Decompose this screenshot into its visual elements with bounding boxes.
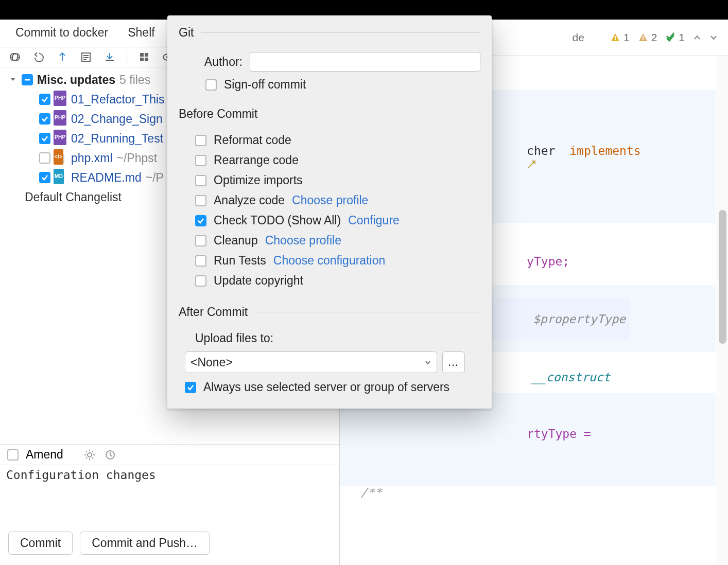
git-section-title: Git xyxy=(179,26,480,40)
shelve-icon[interactable] xyxy=(103,50,116,64)
commit-and-push-button[interactable]: Commit and Push… xyxy=(80,532,210,555)
chevron-down-icon[interactable] xyxy=(9,76,18,84)
always-use-checkbox[interactable] xyxy=(185,382,196,393)
scrollbar-thumb[interactable] xyxy=(719,210,726,344)
copyright-checkbox[interactable] xyxy=(195,275,206,287)
rearrange-checkbox[interactable] xyxy=(195,155,206,166)
group-icon[interactable] xyxy=(137,50,151,64)
code-token: rtyType = xyxy=(527,427,591,440)
history-icon[interactable] xyxy=(103,448,117,462)
reformat-checkbox[interactable] xyxy=(195,135,206,146)
always-use-label: Always use selected server or group of s… xyxy=(203,380,449,394)
analyze-profile-link[interactable]: Choose profile xyxy=(292,193,368,207)
commit-buttons: Commit Commit and Push… xyxy=(0,526,339,565)
rearrange-row[interactable]: Rearrange code xyxy=(179,150,480,170)
todo-configure-link[interactable]: Configure xyxy=(348,214,400,227)
before-commit-title: Before Commit xyxy=(179,107,480,121)
checkbox-partial[interactable] xyxy=(22,74,33,85)
checkbox[interactable] xyxy=(39,172,50,183)
status-warn-2[interactable]: 2 xyxy=(638,31,657,44)
rearrange-label: Rearrange code xyxy=(214,153,299,167)
svg-rect-10 xyxy=(145,53,148,57)
svg-rect-11 xyxy=(140,58,144,61)
cleanup-label: Cleanup xyxy=(214,234,258,248)
analyze-checkbox[interactable] xyxy=(195,195,206,206)
optimize-label: Optimize imports xyxy=(214,173,303,187)
file-path: ~/P xyxy=(146,170,164,185)
optimize-row[interactable]: Optimize imports xyxy=(179,170,480,190)
file-path: ~/Phpst xyxy=(117,151,158,165)
svg-rect-2 xyxy=(643,36,644,39)
upload-select-row: <None> … xyxy=(179,351,480,373)
author-label: Author: xyxy=(195,55,242,69)
svg-rect-15 xyxy=(25,79,30,81)
editor-scrollbar[interactable] xyxy=(717,56,728,565)
gear-icon[interactable] xyxy=(83,448,96,462)
group-count: 5 files xyxy=(119,73,150,87)
analyze-label: Analyze code xyxy=(214,193,285,207)
rollback-icon[interactable] xyxy=(32,50,45,64)
always-use-row[interactable]: Always use selected server or group of s… xyxy=(179,373,480,397)
todo-checkbox[interactable] xyxy=(195,215,206,226)
signoff-row[interactable]: Sign-off commit xyxy=(179,75,480,95)
browse-button[interactable]: … xyxy=(442,351,465,373)
amend-row: Amend xyxy=(0,444,339,465)
nav-up-icon[interactable] xyxy=(693,33,701,42)
diff-icon[interactable] xyxy=(56,50,69,64)
code-token: __construct xyxy=(532,370,610,384)
optimize-checkbox[interactable] xyxy=(195,175,206,186)
code-doc-start: /** xyxy=(360,486,382,499)
runtests-config-link[interactable]: Choose configuration xyxy=(273,254,385,268)
svg-rect-1 xyxy=(615,39,616,40)
todo-label: Check TODO (Show All) xyxy=(214,214,341,227)
php-file-icon: PHP xyxy=(55,113,67,125)
copyright-row[interactable]: Update copyright xyxy=(179,271,480,291)
upload-select[interactable]: <None> xyxy=(185,351,437,373)
svg-line-21 xyxy=(86,451,87,452)
todo-row[interactable]: Check TODO (Show All) Configure xyxy=(179,210,480,231)
reformat-row[interactable]: Reformat code xyxy=(179,130,480,150)
analyze-row[interactable]: Analyze code Choose profile xyxy=(179,190,480,210)
file-name: php.xml xyxy=(71,151,113,165)
runtests-row[interactable]: Run Tests Choose configuration xyxy=(179,251,480,271)
commit-button[interactable]: Commit xyxy=(8,532,73,555)
runtests-checkbox[interactable] xyxy=(195,255,206,267)
tab-commit[interactable]: Commit to docker xyxy=(15,26,108,40)
status-ok[interactable]: 1 xyxy=(665,31,685,44)
svg-line-24 xyxy=(92,451,93,452)
cleanup-row[interactable]: Cleanup Choose profile xyxy=(179,231,480,251)
reformat-label: Reformat code xyxy=(214,133,291,147)
checkbox[interactable] xyxy=(39,133,50,144)
signoff-checkbox[interactable] xyxy=(205,79,217,91)
cleanup-profile-link[interactable]: Choose profile xyxy=(265,234,341,248)
copyright-label: Update copyright xyxy=(214,274,303,288)
svg-rect-9 xyxy=(140,53,144,57)
after-commit-title: After Commit xyxy=(179,305,480,319)
changelist-icon[interactable] xyxy=(79,50,93,64)
amend-checkbox[interactable] xyxy=(7,449,19,461)
svg-rect-0 xyxy=(615,36,616,39)
author-row: Author: xyxy=(179,49,480,75)
commit-options-popover: Git Author: Sign-off commit Before Commi… xyxy=(167,15,492,409)
tab-shelf[interactable]: Shelf xyxy=(128,26,154,40)
code-token: $propertyType xyxy=(533,312,626,326)
svg-rect-8 xyxy=(106,60,114,61)
refresh-icon[interactable] xyxy=(8,50,22,64)
group-name: Misc. updates xyxy=(37,73,115,87)
checkbox[interactable] xyxy=(39,113,50,125)
xml-file-icon: </> xyxy=(55,152,67,164)
status-mode[interactable]: de xyxy=(573,31,584,44)
checkbox[interactable] xyxy=(39,94,50,105)
md-file-icon: MD xyxy=(55,172,67,183)
code-token: cher xyxy=(527,144,555,157)
author-input[interactable] xyxy=(250,52,480,72)
svg-point-16 xyxy=(88,453,92,457)
code-keyword-implements: implements xyxy=(569,144,640,157)
checkbox[interactable] xyxy=(39,152,50,164)
commit-message-input[interactable]: Configuration changes xyxy=(0,465,339,526)
file-name: 02_Running_Test xyxy=(71,131,163,146)
status-warn-1[interactable]: 1 xyxy=(610,31,630,44)
nav-down-icon[interactable] xyxy=(709,33,718,42)
cleanup-checkbox[interactable] xyxy=(195,235,206,246)
svg-rect-12 xyxy=(145,58,148,61)
